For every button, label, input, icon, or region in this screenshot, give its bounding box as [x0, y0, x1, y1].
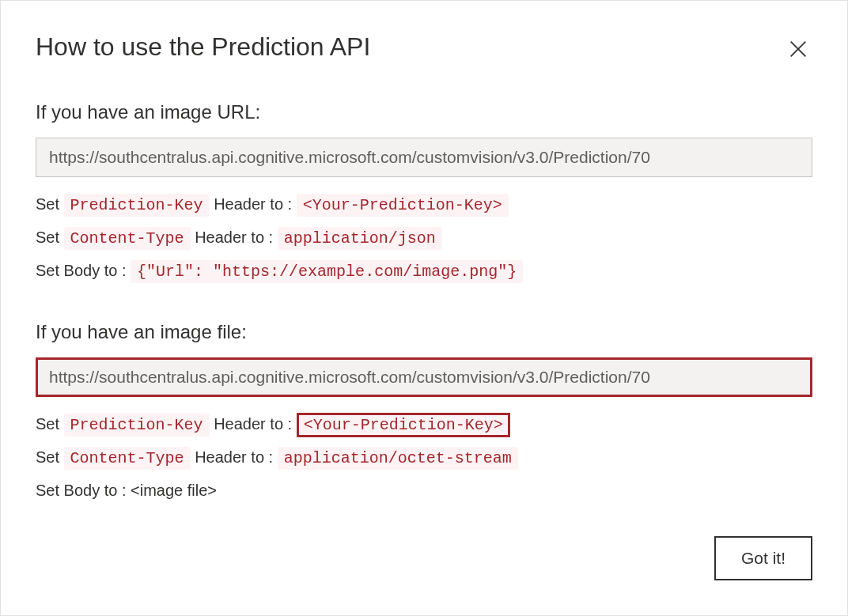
instruction-prediction-key-1: Set Prediction-Key Header to : <Your-Pre… — [36, 191, 812, 218]
instruction-body-1: Set Body to : {"Url": "https://example.c… — [36, 258, 812, 285]
code-content-type: Content-Type — [64, 447, 191, 470]
close-icon — [787, 38, 809, 60]
prediction-api-dialog: How to use the Prediction API If you hav… — [0, 0, 848, 616]
instruction-prediction-key-2: Set Prediction-Key Header to : <Your-Pre… — [36, 411, 812, 438]
text-set-body-prefix: Set Body to : — [36, 262, 131, 279]
code-prediction-key: Prediction-Key — [64, 414, 210, 436]
code-octet-stream: application/octet-stream — [278, 447, 518, 470]
text-header-to: Header to : — [210, 415, 297, 433]
code-prediction-key: Prediction-Key — [64, 194, 210, 217]
dialog-title: How to use the Prediction API — [36, 32, 812, 62]
code-your-prediction-key-highlighted: <Your-Prediction-Key> — [297, 413, 510, 437]
got-it-button[interactable]: Got it! — [714, 536, 812, 580]
section-heading-url: If you have an image URL: — [36, 101, 812, 123]
code-application-json: application/json — [278, 227, 442, 250]
code-body-json: {"Url": "https://example.com/image.png"} — [131, 260, 523, 283]
instruction-content-type-1: Set Content-Type Header to : application… — [36, 225, 812, 251]
text-header-to: Header to : — [191, 448, 278, 466]
code-content-type: Content-Type — [64, 227, 191, 250]
text-set-prefix: Set — [36, 229, 64, 246]
text-set-prefix: Set — [36, 195, 64, 213]
instruction-body-2: Set Body to : <image file> — [36, 478, 812, 503]
text-set-prefix: Set — [36, 415, 64, 433]
close-button[interactable] — [786, 37, 811, 62]
instruction-content-type-2: Set Content-Type Header to : application… — [36, 444, 812, 471]
url-endpoint-box-1[interactable]: https://southcentralus.api.cognitive.mic… — [36, 138, 812, 177]
text-header-to: Header to : — [210, 195, 297, 213]
text-header-to: Header to : — [191, 229, 278, 246]
code-your-prediction-key: <Your-Prediction-Key> — [297, 194, 509, 217]
section-heading-file: If you have an image file: — [36, 321, 812, 343]
url-endpoint-box-2[interactable]: https://southcentralus.api.cognitive.mic… — [36, 357, 812, 397]
text-set-prefix: Set — [36, 448, 64, 466]
